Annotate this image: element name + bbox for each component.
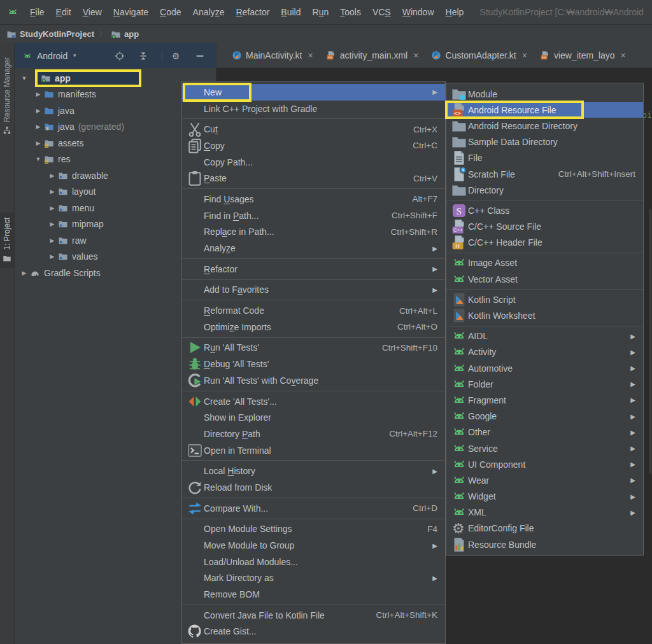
chevron-down-icon[interactable]: ▼ bbox=[32, 156, 44, 162]
context-item-create-gist[interactable]: Create Gist... bbox=[182, 624, 445, 640]
menu-analyze[interactable]: Analyze bbox=[187, 4, 230, 20]
context-item-copy[interactable]: CopyCtrl+C bbox=[182, 137, 445, 154]
chevron-right-icon[interactable]: ▶ bbox=[46, 237, 58, 244]
submenu-item-kotlin-script[interactable]: Kotlin Script bbox=[446, 291, 643, 307]
close-icon[interactable]: × bbox=[621, 50, 626, 60]
submenu-item-file[interactable]: File bbox=[446, 150, 643, 166]
submenu-item-ui-component[interactable]: UI Component▶ bbox=[446, 456, 643, 472]
submenu-item-scratch-file[interactable]: Scratch FileCtrl+Alt+Shift+Insert bbox=[446, 166, 643, 182]
menu-help[interactable]: Help bbox=[440, 4, 470, 20]
submenu-item-c-class[interactable]: SC++ Class bbox=[446, 202, 643, 218]
tab-mainactivity-kt[interactable]: MainActivity.kt× bbox=[225, 43, 320, 67]
context-item-open-in-terminal[interactable]: Open in Terminal bbox=[182, 442, 445, 459]
chevron-right-icon[interactable]: ▶ bbox=[32, 91, 44, 97]
submenu-item-directory[interactable]: Directory bbox=[446, 182, 643, 198]
context-item-directory-path[interactable]: Directory PathCtrl+Alt+F12 bbox=[182, 426, 445, 442]
tool-window-resource-manager[interactable]: Resource Manager bbox=[0, 57, 14, 135]
locate-icon[interactable] bbox=[115, 51, 125, 61]
submenu-item-vector-asset[interactable]: Vector Asset bbox=[446, 271, 643, 287]
chevron-right-icon[interactable]: ▶ bbox=[46, 205, 58, 211]
submenu-item-editorconfig-file[interactable]: ⚙EditorConfig File bbox=[446, 521, 643, 536]
chevron-right-icon[interactable]: ▶ bbox=[46, 221, 58, 227]
context-item-refactor[interactable]: Refactor▶ bbox=[182, 261, 445, 277]
menu-view[interactable]: View bbox=[77, 4, 108, 20]
context-item-run-all-tests[interactable]: Run 'All Tests'Ctrl+Shift+F10 bbox=[182, 340, 445, 356]
menu-window[interactable]: Window bbox=[397, 4, 440, 20]
context-item-optimize-imports[interactable]: Optimize ImportsCtrl+Alt+O bbox=[182, 319, 445, 335]
close-icon[interactable]: × bbox=[522, 50, 527, 60]
context-item-compare-with[interactable]: Compare With...Ctrl+D bbox=[182, 500, 445, 517]
breadcrumb-project[interactable]: StudyKotlinProject bbox=[20, 29, 94, 39]
menu-navigate[interactable]: Navigate bbox=[108, 4, 154, 20]
tab-activity-main-xml[interactable]: <>activity_main.xml× bbox=[320, 43, 425, 67]
menu-vcs[interactable]: VCS bbox=[367, 4, 397, 20]
submenu-item-module[interactable]: Module bbox=[446, 86, 643, 102]
menu-refactor[interactable]: Refactor bbox=[230, 4, 275, 20]
context-item-find-in-path[interactable]: Find in Path...Ctrl+Shift+F bbox=[182, 207, 445, 224]
minimize-icon[interactable] bbox=[195, 51, 205, 61]
context-item-create-all-tests[interactable]: Create 'All Tests'... bbox=[182, 393, 445, 410]
context-item-convert-java-file-to-kotlin-file[interactable]: Convert Java File to Kotlin FileCtrl+Alt… bbox=[182, 607, 445, 624]
submenu-item-xml[interactable]: XML▶ bbox=[446, 505, 643, 521]
submenu-item-c-c-header-file[interactable]: HC/C++ Header File bbox=[446, 235, 643, 251]
submenu-item-fragment[interactable]: Fragment▶ bbox=[446, 392, 643, 408]
context-item-show-in-explorer[interactable]: Show in Explorer bbox=[182, 409, 445, 426]
tab-view-item-layo[interactable]: <>view_item_layo× bbox=[534, 43, 632, 67]
context-item-run-all-tests-with-coverage[interactable]: Run 'All Tests' with Coverage bbox=[182, 372, 445, 389]
context-item-mark-directory-as[interactable]: Mark Directory as▶ bbox=[182, 570, 445, 587]
context-item-move-module-to-group[interactable]: Move Module to Group▶ bbox=[182, 537, 445, 554]
tab-customadapter-kt[interactable]: CustomAdapter.kt× bbox=[425, 43, 533, 67]
breadcrumb-module[interactable]: app bbox=[124, 29, 139, 39]
context-item-paste[interactable]: PasteCtrl+V bbox=[182, 170, 445, 186]
submenu-item-other[interactable]: Other▶ bbox=[446, 424, 643, 440]
tool-window-project[interactable]: 1: Project bbox=[0, 213, 14, 268]
close-icon[interactable]: × bbox=[308, 50, 313, 60]
submenu-item-image-asset[interactable]: Image Asset bbox=[446, 255, 643, 271]
context-item-link-c-project-with-gradle[interactable]: Link C++ Project with Gradle bbox=[182, 101, 445, 117]
submenu-item-kotlin-worksheet[interactable]: Kotlin Worksheet bbox=[446, 307, 643, 323]
context-item-debug-all-tests[interactable]: Debug 'All Tests' bbox=[182, 356, 445, 372]
context-item-reload-from-disk[interactable]: Reload from Disk bbox=[182, 479, 445, 496]
menu-run[interactable]: Run bbox=[307, 4, 335, 20]
menu-build[interactable]: Build bbox=[275, 4, 306, 20]
context-item-open-module-settings[interactable]: Open Module SettingsF4 bbox=[182, 521, 445, 538]
chevron-right-icon[interactable]: ▶ bbox=[46, 253, 58, 260]
chevron-right-icon[interactable]: ▶ bbox=[18, 270, 30, 276]
submenu-item-google[interactable]: Google▶ bbox=[446, 409, 643, 424]
menu-code[interactable]: Code bbox=[154, 4, 187, 20]
chevron-right-icon[interactable]: ▶ bbox=[46, 172, 58, 179]
gear-icon[interactable]: ⚙ bbox=[171, 51, 181, 61]
menu-file[interactable]: File bbox=[24, 4, 50, 20]
context-item-replace-in-path[interactable]: Replace in Path...Ctrl+Shift+R bbox=[182, 224, 445, 241]
context-item-remove-bom[interactable]: Remove BOM bbox=[182, 586, 445, 603]
context-item-local-history[interactable]: Local History▶ bbox=[182, 463, 445, 479]
submenu-item-c-c-source-file[interactable]: C++C/C++ Source File bbox=[446, 219, 643, 235]
submenu-item-wear[interactable]: Wear▶ bbox=[446, 472, 643, 488]
submenu-item-service[interactable]: Service▶ bbox=[446, 440, 643, 456]
chevron-down-icon[interactable]: ▼ bbox=[72, 53, 77, 59]
chevron-right-icon[interactable]: ▶ bbox=[32, 123, 44, 130]
submenu-item-widget[interactable]: Widget▶ bbox=[446, 489, 643, 505]
chevron-down-icon[interactable]: ▼ bbox=[18, 75, 30, 81]
context-item-copy-path[interactable]: Copy Path... bbox=[182, 154, 445, 171]
chevron-right-icon[interactable]: ▶ bbox=[32, 140, 44, 146]
submenu-item-sample-data-directory[interactable]: Sample Data Directory bbox=[446, 134, 643, 150]
context-item-load-unload-modules[interactable]: Load/Unload Modules... bbox=[182, 554, 445, 570]
submenu-item-folder[interactable]: Folder▶ bbox=[446, 376, 643, 392]
context-item-new[interactable]: New▶ bbox=[182, 84, 445, 101]
submenu-item-android-resource-directory[interactable]: Android Resource Directory bbox=[446, 118, 643, 134]
close-icon[interactable]: × bbox=[413, 50, 418, 60]
submenu-item-automotive[interactable]: Automotive▶ bbox=[446, 360, 643, 376]
editor-scrollbar[interactable] bbox=[649, 209, 651, 473]
context-item-cut[interactable]: CutCtrl+X bbox=[182, 121, 445, 137]
collapse-all-icon[interactable] bbox=[138, 51, 148, 61]
view-selector[interactable]: Android bbox=[37, 51, 67, 61]
context-item-find-usages[interactable]: Find UsagesAlt+F7 bbox=[182, 191, 445, 207]
chevron-right-icon[interactable]: ▶ bbox=[46, 188, 58, 195]
submenu-item-aidl[interactable]: AIDL▶ bbox=[446, 328, 643, 344]
context-item-analyze[interactable]: Analyze▶ bbox=[182, 240, 445, 256]
menu-tools[interactable]: Tools bbox=[334, 4, 367, 20]
submenu-item-activity[interactable]: Activity▶ bbox=[446, 344, 643, 360]
submenu-item-android-resource-file[interactable]: <>Android Resource File bbox=[446, 102, 643, 118]
chevron-right-icon[interactable]: ▶ bbox=[32, 108, 44, 114]
